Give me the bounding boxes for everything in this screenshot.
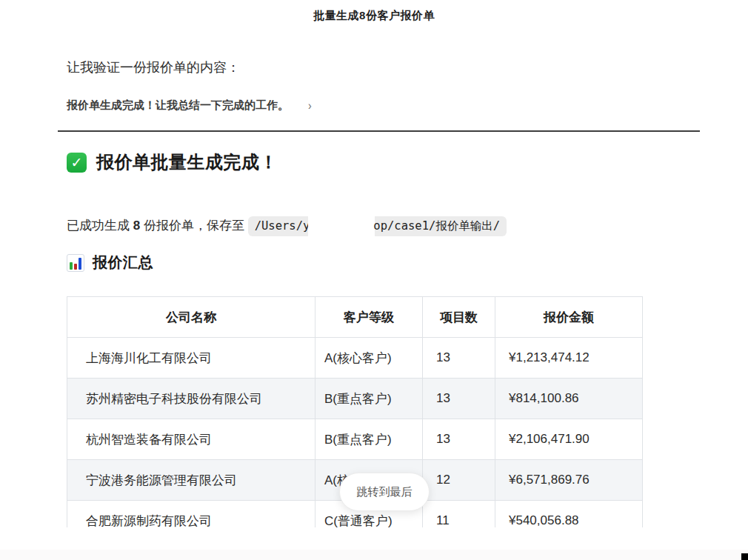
path-start: /Users/y bbox=[255, 219, 310, 233]
chevron-right-icon[interactable]: › bbox=[308, 99, 312, 112]
collapsed-section-label: 报价单生成完成！让我总结一下完成的工作。 bbox=[67, 99, 289, 111]
header-project-count: 项目数 bbox=[423, 297, 495, 338]
table-row: 苏州精密电子科技股份有限公司 B(重点客户) 13 ¥814,100.86 bbox=[67, 379, 643, 419]
company-cell: 合肥新源制药有限公司 bbox=[67, 501, 315, 528]
redaction-box bbox=[308, 214, 375, 236]
header-customer-level: 客户等级 bbox=[315, 297, 423, 338]
count-cell: 11 bbox=[423, 501, 495, 528]
amount-cell: ¥2,106,471.90 bbox=[495, 419, 643, 460]
bar-red bbox=[74, 264, 77, 270]
output-path-code: /Users/yop/case1/报价单输出/ bbox=[248, 216, 507, 236]
amount-cell: ¥814,100.86 bbox=[495, 379, 643, 419]
company-cell: 上海海川化工有限公司 bbox=[67, 338, 315, 379]
bar-chart-icon bbox=[67, 254, 84, 272]
jump-to-last-button[interactable]: 跳转到最后 bbox=[339, 473, 430, 511]
save-prefix: 已成功生成 bbox=[67, 219, 130, 233]
amount-cell: ¥1,213,474.12 bbox=[495, 338, 643, 379]
header-quote-amount: 报价金额 bbox=[495, 297, 643, 338]
header-company: 公司名称 bbox=[67, 297, 315, 338]
section-divider bbox=[58, 130, 700, 132]
level-cell: B(重点客户) bbox=[315, 419, 423, 460]
summary-heading: 报价汇总 bbox=[93, 253, 153, 273]
company-cell: 宁波港务能源管理有限公司 bbox=[67, 460, 315, 501]
assistant-message-verify: 让我验证一份报价单的内容： bbox=[67, 59, 240, 76]
bar-blue bbox=[79, 258, 81, 270]
collapsed-section-header[interactable]: 报价单生成完成！让我总结一下完成的工作。› bbox=[67, 99, 312, 113]
corner-mark bbox=[741, 553, 748, 560]
table-row: 杭州智造装备有限公司 B(重点客户) 13 ¥2,106,471.90 bbox=[67, 419, 643, 460]
table-header-row: 公司名称 客户等级 项目数 报价金额 bbox=[67, 297, 643, 338]
count-cell: 13 bbox=[423, 419, 495, 460]
count-cell: 13 bbox=[423, 338, 495, 379]
table-row: 上海海川化工有限公司 A(核心客户) 13 ¥1,213,474.12 bbox=[67, 338, 643, 379]
count-cell: 12 bbox=[423, 460, 495, 501]
result-heading: 报价单批量生成完成！ bbox=[96, 150, 278, 174]
level-cell: B(重点客户) bbox=[315, 379, 423, 419]
company-cell: 苏州精密电子科技股份有限公司 bbox=[67, 379, 315, 419]
level-cell: A(核心客户) bbox=[315, 338, 423, 379]
company-cell: 杭州智造装备有限公司 bbox=[67, 419, 315, 460]
check-icon: ✓ bbox=[67, 153, 87, 173]
path-end: op/case1/报价单输出/ bbox=[373, 219, 500, 233]
amount-cell: ¥6,571,869.76 bbox=[495, 460, 643, 501]
count-cell: 13 bbox=[423, 379, 495, 419]
save-suffix: 份报价单，保存至 bbox=[144, 219, 244, 233]
quote-count: 8 bbox=[133, 219, 140, 233]
save-path-line: 已成功生成 8 份报价单，保存至 /Users/yop/case1/报价单输出/ bbox=[67, 214, 507, 236]
summary-heading-row: 报价汇总 bbox=[67, 253, 153, 273]
bar-green bbox=[70, 262, 73, 270]
page-viewport: 批量生成8份客户报价单 让我验证一份报价单的内容： 报价单生成完成！让我总结一下… bbox=[0, 0, 748, 527]
bottom-band bbox=[0, 550, 748, 560]
amount-cell: ¥540,056.88 bbox=[495, 501, 643, 528]
result-heading-row: ✓ 报价单批量生成完成！ bbox=[67, 150, 278, 174]
page-title: 批量生成8份客户报价单 bbox=[0, 9, 748, 23]
